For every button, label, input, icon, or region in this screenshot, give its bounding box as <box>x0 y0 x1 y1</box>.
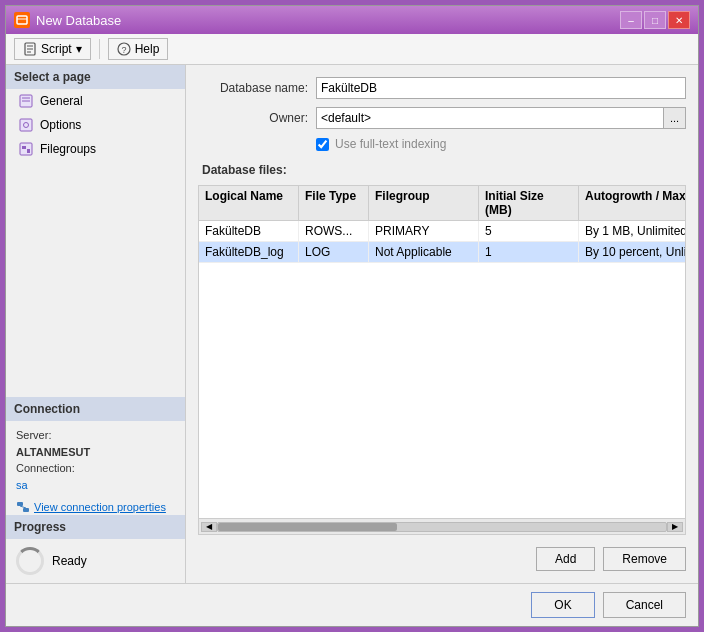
options-icon <box>18 117 34 133</box>
main-window: New Database – □ ✕ Script ▾ ? Help Selec… <box>5 5 699 627</box>
cancel-button[interactable]: Cancel <box>603 592 686 618</box>
db-name-row: Database name: <box>198 77 686 99</box>
script-button[interactable]: Script ▾ <box>14 38 91 60</box>
svg-rect-0 <box>17 16 27 24</box>
col-header-filetype: File Type <box>299 186 369 220</box>
owner-browse-button[interactable]: ... <box>664 107 686 129</box>
help-button[interactable]: ? Help <box>108 38 169 60</box>
scroll-right-button[interactable]: ▶ <box>667 522 683 532</box>
main-panel: Database name: Owner: ... Use full-text … <box>186 65 698 583</box>
db-files-label: Database files: <box>198 163 686 177</box>
toolbar-separator <box>99 39 100 59</box>
titlebar-left: New Database <box>14 12 121 28</box>
sidebar: Select a page General Options Filegroups <box>6 65 186 583</box>
scrollbar-thumb[interactable] <box>218 523 397 531</box>
db-name-input[interactable] <box>316 77 686 99</box>
script-label: Script <box>41 42 72 56</box>
connection-header: Connection <box>6 397 185 421</box>
horizontal-scrollbar[interactable]: ◀ ▶ <box>199 518 685 534</box>
view-connection-properties-link[interactable]: View connection properties <box>6 499 185 515</box>
owner-input[interactable] <box>316 107 664 129</box>
connection-icon <box>16 501 30 513</box>
sidebar-item-filegroups-label: Filegroups <box>40 142 96 156</box>
general-icon <box>18 93 34 109</box>
view-connection-label: View connection properties <box>34 501 166 513</box>
connection-info: Server: ALTANMESUT Connection: sa <box>6 421 185 499</box>
owner-label: Owner: <box>198 111 308 125</box>
scrollbar-track[interactable] <box>217 522 667 532</box>
cell-filetype: ROWS... <box>299 221 369 241</box>
cell-autogrowth: By 1 MB, Unlimited <box>579 221 685 241</box>
cell-initsize: 1 <box>479 242 579 262</box>
sidebar-item-general-label: General <box>40 94 83 108</box>
cell-autogrowth: By 10 percent, Unlimited <box>579 242 685 262</box>
titlebar-buttons: – □ ✕ <box>620 11 690 29</box>
table-row[interactable]: FakülteDB_log LOG Not Applicable 1 By 10… <box>199 242 685 263</box>
minimize-button[interactable]: – <box>620 11 642 29</box>
owner-input-group: ... <box>316 107 686 129</box>
remove-button[interactable]: Remove <box>603 547 686 571</box>
connection-label: Connection: <box>16 460 175 477</box>
footer: OK Cancel <box>6 583 698 626</box>
svg-rect-17 <box>23 508 29 512</box>
content-area: Select a page General Options Filegroups <box>6 65 698 583</box>
sidebar-item-options-label: Options <box>40 118 81 132</box>
table-header: Logical Name File Type Filegroup Initial… <box>199 186 685 221</box>
sidebar-item-general[interactable]: General <box>6 89 185 113</box>
fulltext-row: Use full-text indexing <box>198 137 686 151</box>
filegroups-icon <box>18 141 34 157</box>
progress-area: Ready <box>6 539 185 583</box>
fulltext-label: Use full-text indexing <box>335 137 446 151</box>
script-dropdown-icon: ▾ <box>76 42 82 56</box>
scroll-left-button[interactable]: ◀ <box>201 522 217 532</box>
help-icon: ? <box>117 42 131 56</box>
svg-rect-11 <box>20 119 32 131</box>
script-icon <box>23 42 37 56</box>
db-files-table: Logical Name File Type Filegroup Initial… <box>198 185 686 535</box>
window-title: New Database <box>36 13 121 28</box>
table-row[interactable]: FakülteDB ROWS... PRIMARY 5 By 1 MB, Unl… <box>199 221 685 242</box>
cell-initsize: 5 <box>479 221 579 241</box>
progress-status: Ready <box>52 554 87 568</box>
maximize-button[interactable]: □ <box>644 11 666 29</box>
fulltext-checkbox[interactable] <box>316 138 329 151</box>
svg-rect-16 <box>17 502 23 506</box>
db-name-label: Database name: <box>198 81 308 95</box>
owner-row: Owner: ... <box>198 107 686 129</box>
sidebar-spacer <box>6 161 185 397</box>
col-header-logical: Logical Name <box>199 186 299 220</box>
toolbar: Script ▾ ? Help <box>6 34 698 65</box>
svg-rect-15 <box>27 149 30 153</box>
cell-filegroup: PRIMARY <box>369 221 479 241</box>
ok-button[interactable]: OK <box>531 592 594 618</box>
select-page-header: Select a page <box>6 65 185 89</box>
bottom-actions: Add Remove <box>198 543 686 571</box>
progress-spinner <box>16 547 44 575</box>
cell-logical: FakülteDB_log <box>199 242 299 262</box>
server-label: Server: <box>16 427 175 444</box>
svg-rect-14 <box>22 146 26 149</box>
server-value: ALTANMESUT <box>16 444 175 461</box>
progress-header: Progress <box>6 515 185 539</box>
sidebar-item-options[interactable]: Options <box>6 113 185 137</box>
cell-logical: FakülteDB <box>199 221 299 241</box>
table-body: FakülteDB ROWS... PRIMARY 5 By 1 MB, Unl… <box>199 221 685 518</box>
help-label: Help <box>135 42 160 56</box>
add-button[interactable]: Add <box>536 547 595 571</box>
col-header-initsize: Initial Size (MB) <box>479 186 579 220</box>
cell-filetype: LOG <box>299 242 369 262</box>
svg-line-18 <box>20 506 26 508</box>
col-header-autogrowth: Autogrowth / Maxsize <box>579 186 686 220</box>
app-icon <box>14 12 30 28</box>
col-header-filegroup: Filegroup <box>369 186 479 220</box>
svg-text:?: ? <box>121 45 126 55</box>
close-button[interactable]: ✕ <box>668 11 690 29</box>
titlebar: New Database – □ ✕ <box>6 6 698 34</box>
cell-filegroup: Not Applicable <box>369 242 479 262</box>
connection-value: sa <box>16 477 175 494</box>
sidebar-item-filegroups[interactable]: Filegroups <box>6 137 185 161</box>
